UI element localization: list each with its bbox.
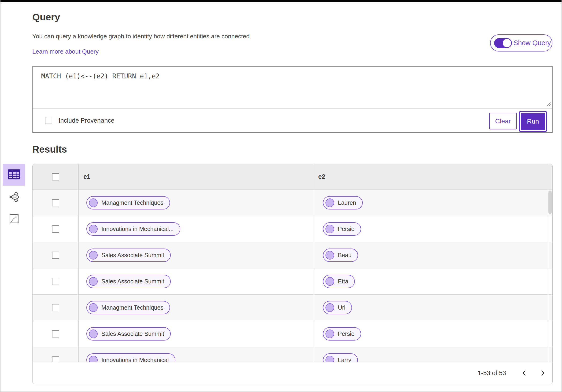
row-checkbox[interactable] xyxy=(52,278,59,285)
view-toggle-network[interactable] xyxy=(3,186,25,208)
include-provenance-label: Include Provenance xyxy=(59,117,115,124)
row-checkbox[interactable] xyxy=(52,330,59,337)
table-body: Managment Techniques Lauren Innovations … xyxy=(33,190,552,362)
run-button[interactable]: Run xyxy=(520,112,546,131)
learn-more-link[interactable]: Learn more about Query xyxy=(32,48,99,55)
chart-view-icon xyxy=(9,214,19,225)
row-checkbox[interactable] xyxy=(52,357,59,362)
entity-pill[interactable]: Sales Associate Summit xyxy=(86,327,171,341)
select-all-checkbox[interactable] xyxy=(52,173,59,180)
row-checkbox[interactable] xyxy=(52,304,59,311)
entity-node-icon xyxy=(326,356,334,362)
entity-node-icon xyxy=(326,303,334,312)
column-header-e1[interactable]: e1 xyxy=(83,173,90,180)
entity-node-icon xyxy=(89,356,98,362)
row-checkbox[interactable] xyxy=(52,199,59,207)
vertical-scrollbar-thumb[interactable] xyxy=(549,191,552,214)
entity-pill[interactable]: Managment Techniques xyxy=(86,196,170,209)
query-text[interactable]: MATCH (e1)<--(e2) RETURN e1,e2 xyxy=(41,72,160,80)
pagination-range-label: 1-53 of 53 xyxy=(478,369,506,377)
entity-node-icon xyxy=(89,251,98,260)
entity-pill[interactable]: Beau xyxy=(323,249,358,262)
table-header-row: e1 e2 xyxy=(33,164,552,190)
entity-label: Managment Techniques xyxy=(101,199,164,206)
pagination-bar: 1-53 of 53 xyxy=(33,362,552,384)
table-row: Managment Techniques Lauren xyxy=(33,190,552,216)
entity-label: Uri xyxy=(338,304,345,311)
query-editor[interactable]: MATCH (e1)<--(e2) RETURN e1,e2 xyxy=(33,67,552,109)
entity-pill[interactable]: Etta xyxy=(323,275,355,288)
entity-node-icon xyxy=(326,225,334,233)
entity-node-icon xyxy=(89,225,98,233)
clear-button[interactable]: Clear xyxy=(489,113,517,129)
entity-label: Larry xyxy=(338,357,351,362)
resize-handle-icon[interactable] xyxy=(545,101,551,108)
show-query-label: Show Query xyxy=(514,39,551,47)
entity-pill[interactable]: Larry xyxy=(323,353,358,362)
entity-label: Beau xyxy=(338,252,351,259)
entity-node-icon xyxy=(89,198,98,207)
table-row: Managment Techniques Uri xyxy=(33,295,552,321)
entity-pill[interactable]: Innovations in Mechanical... xyxy=(86,222,180,236)
entity-pill[interactable]: Innovations in Mechanical xyxy=(86,353,176,362)
entity-node-icon xyxy=(326,277,334,286)
entity-pill[interactable]: Persie xyxy=(323,327,361,341)
entity-label: Sales Associate Summit xyxy=(101,252,164,259)
entity-label: Persie xyxy=(338,330,354,337)
network-view-icon xyxy=(9,192,19,203)
row-checkbox[interactable] xyxy=(52,252,59,259)
entity-node-icon xyxy=(326,198,334,207)
entity-node-icon xyxy=(326,330,334,338)
toggle-switch-icon[interactable] xyxy=(494,38,512,48)
table-row: Innovations in Mechanical... Persie xyxy=(33,216,552,242)
entity-pill[interactable]: Persie xyxy=(323,222,361,236)
view-toggle-chart[interactable] xyxy=(3,208,25,230)
window-top-bar xyxy=(0,0,562,2)
view-toggle-table[interactable] xyxy=(3,164,25,185)
column-header-e2[interactable]: e2 xyxy=(318,173,325,180)
entity-node-icon xyxy=(89,303,98,312)
entity-label: Managment Techniques xyxy=(101,304,164,311)
results-section-title: Results xyxy=(32,144,67,155)
chevron-right-icon xyxy=(539,370,546,376)
entity-node-icon xyxy=(89,330,98,338)
table-row: Innovations in Mechanical Larry xyxy=(33,347,552,362)
table-row: Sales Associate Summit Etta xyxy=(33,268,552,295)
entity-pill[interactable]: Uri xyxy=(323,301,352,314)
entity-pill[interactable]: Managment Techniques xyxy=(86,301,170,314)
table-row: Sales Associate Summit Beau xyxy=(33,242,552,268)
entity-label: Sales Associate Summit xyxy=(101,278,164,285)
query-description: You can query a knowledge graph to ident… xyxy=(32,33,251,40)
entity-label: Etta xyxy=(338,278,348,285)
entity-pill[interactable]: Sales Associate Summit xyxy=(86,249,171,262)
entity-label: Innovations in Mechanical... xyxy=(101,226,174,232)
entity-label: Persie xyxy=(338,226,354,232)
entity-node-icon xyxy=(89,277,98,286)
entity-pill[interactable]: Lauren xyxy=(323,196,363,209)
query-section-title: Query xyxy=(32,12,60,23)
row-checkbox[interactable] xyxy=(52,225,59,233)
entity-label: Innovations in Mechanical xyxy=(101,357,169,362)
entity-label: Lauren xyxy=(338,199,356,206)
previous-page-button[interactable] xyxy=(520,368,529,378)
entity-pill[interactable]: Sales Associate Summit xyxy=(86,275,171,288)
table-view-icon xyxy=(8,169,21,181)
next-page-button[interactable] xyxy=(538,368,547,378)
entity-label: Sales Associate Summit xyxy=(101,330,164,337)
table-row: Sales Associate Summit Persie xyxy=(33,321,552,347)
toggle-knob xyxy=(503,39,511,47)
show-query-toggle-button[interactable]: Show Query xyxy=(490,35,552,51)
results-table: e1 e2 Managment Techniques Lauren Innova… xyxy=(32,164,553,384)
query-panel: MATCH (e1)<--(e2) RETURN e1,e2 Include P… xyxy=(32,66,553,133)
chevron-left-icon xyxy=(521,370,527,376)
include-provenance-checkbox[interactable] xyxy=(45,117,52,124)
entity-node-icon xyxy=(326,251,334,260)
